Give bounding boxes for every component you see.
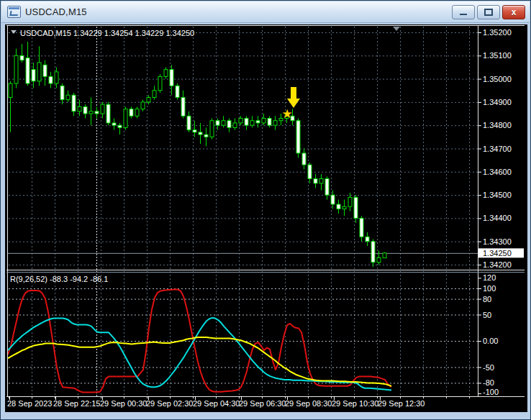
indicator-label: R(9,26,52) -88.3 -94.2 -86.1 — [10, 275, 108, 283]
candle-body — [325, 178, 329, 195]
candle-body — [371, 242, 375, 262]
candle-body — [377, 257, 381, 262]
candle-body — [302, 153, 306, 165]
candle-body — [141, 102, 145, 109]
candle-body — [366, 237, 369, 241]
candle-body — [222, 121, 225, 125]
candle-body — [314, 178, 317, 183]
candle-body — [158, 76, 162, 90]
time-axis-label: 28 Sep 2023 — [7, 399, 52, 408]
candle-body — [245, 119, 248, 126]
time-axis-label: 29 Sep 02:30 — [146, 399, 193, 408]
star-icon: ★ — [281, 107, 292, 121]
indicator-axis-label: 100 — [483, 284, 496, 293]
candle-body — [20, 55, 24, 60]
indicator-axis-label: -50 — [483, 363, 494, 372]
time-axis-label: 29 Sep 06:30 — [239, 399, 286, 408]
price-axis-label: 1.34900 — [483, 98, 512, 106]
candle-body — [342, 206, 346, 209]
candle-body — [26, 58, 30, 84]
candle-body — [176, 86, 179, 97]
candle-body — [89, 111, 93, 114]
candle-body — [72, 95, 76, 111]
price-axis-label: 1.34200 — [483, 260, 512, 269]
indicator-axis-label: -100 — [483, 388, 499, 396]
candle-body — [95, 111, 99, 114]
candle-body — [181, 97, 185, 116]
candle-body — [49, 76, 53, 83]
candle-body — [227, 121, 231, 128]
ohlc-info-line: USDCAD,M15 1.34229 1.34254 1.34229 1.342… — [20, 29, 194, 37]
price-axis-label: 1.34800 — [483, 121, 512, 129]
candle-body — [204, 134, 208, 137]
price-axis-label: 1.34300 — [483, 237, 512, 246]
current-price-text: 1.34250 — [483, 249, 512, 257]
candle-body — [43, 65, 47, 76]
indicator-axis-label: 50 — [483, 311, 491, 319]
candle-body — [112, 123, 116, 125]
candle-body — [199, 132, 202, 134]
indicator-axis-label: 80 — [483, 295, 491, 303]
candle-body — [193, 130, 196, 132]
chart-canvas[interactable]: 1.352001.351001.350001.349001.348001.347… — [1, 1, 531, 420]
candle-body — [250, 121, 254, 125]
chart-window: USDCAD,M15 x 1.352001.351001.350001.3490… — [0, 0, 531, 420]
candle-body — [83, 106, 87, 114]
candle-body — [273, 121, 277, 125]
price-axis-label: 1.35200 — [483, 28, 512, 37]
candle-body — [308, 165, 312, 178]
candle-body — [55, 72, 58, 83]
time-axis-label: 29 Sep 10:30 — [332, 399, 378, 408]
candle-body — [268, 119, 271, 126]
candle-body — [262, 119, 266, 123]
candle-body — [187, 116, 191, 129]
candle-body — [147, 97, 150, 101]
candle-body — [164, 70, 168, 77]
candle-body — [101, 104, 104, 114]
price-axis-label: 1.34700 — [483, 145, 512, 153]
time-axis-label: 29 Sep 04:30 — [193, 399, 240, 408]
time-axis-label: 29 Sep 00:30 — [100, 399, 147, 408]
candle-body — [233, 123, 237, 127]
price-axis-label: 1.34500 — [483, 191, 512, 199]
price-axis-label: 1.34400 — [483, 214, 512, 222]
candle-body — [135, 109, 139, 117]
candle-body — [32, 70, 35, 81]
candle-body — [78, 106, 81, 111]
candle-body — [296, 121, 300, 153]
price-axis-label: 1.34600 — [483, 168, 512, 176]
price-axis-label: 1.35000 — [483, 75, 512, 83]
candle-body — [354, 197, 358, 218]
candle-body — [124, 109, 127, 128]
candle-body — [60, 86, 64, 99]
time-axis-label: 29 Sep 08:30 — [285, 399, 332, 408]
candle-body — [216, 121, 219, 125]
candle-body — [360, 218, 363, 237]
candle-body — [319, 178, 323, 183]
candle-body — [37, 63, 41, 81]
candle-body — [14, 55, 18, 83]
time-axis-label: 28 Sep 22:15 — [53, 399, 100, 408]
indicator-axis-label: -80 — [483, 378, 494, 387]
candle-body — [239, 119, 242, 123]
candle-body — [210, 121, 214, 137]
indicator-axis-label: 0.00 — [483, 337, 498, 345]
candle-body — [383, 253, 386, 258]
candle-body — [66, 95, 70, 99]
candle-body — [118, 125, 122, 127]
candle-body — [348, 197, 352, 206]
candle-body — [337, 204, 340, 209]
candle-body — [153, 91, 156, 98]
indicator-axis-label: 120 — [483, 273, 496, 282]
time-axis-label: 29 Sep 12:30 — [378, 399, 425, 408]
candle-body — [170, 70, 173, 86]
candle-body — [106, 104, 110, 123]
candle-body — [130, 109, 133, 117]
candle-body — [9, 83, 12, 97]
price-axis-label: 1.35100 — [483, 51, 512, 60]
candle-body — [331, 195, 335, 204]
candle-body — [256, 121, 260, 123]
